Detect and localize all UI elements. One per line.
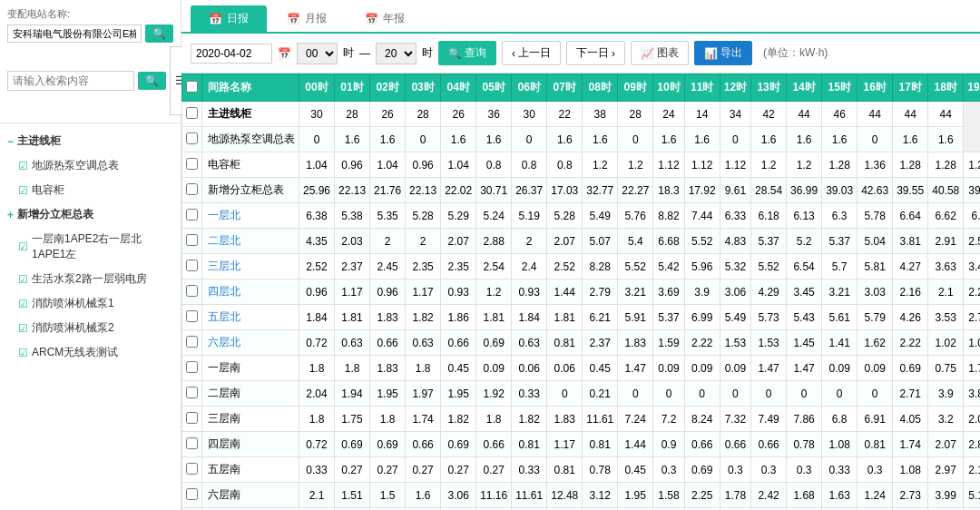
row-value: 1.2 (787, 152, 822, 178)
tree-item-water-pump[interactable]: ☑ 生活水泵2路一层弱电房 (11, 267, 181, 291)
row-checkbox[interactable] (186, 285, 198, 297)
row-value: 1.95 (370, 381, 406, 407)
row-value: 1.04 (370, 152, 406, 178)
next-day-button[interactable]: 下一日 › (566, 41, 625, 65)
row-value: 11.16 (476, 483, 512, 508)
row-value: 39.03 (822, 178, 858, 203)
row-checkbox[interactable] (186, 463, 198, 475)
row-value: 2.71 (893, 381, 928, 407)
row-value: 36.99 (787, 178, 822, 203)
row-value: 2.07 (441, 229, 476, 254)
row-checkbox[interactable] (186, 209, 198, 221)
row-value: 1.97 (406, 381, 441, 407)
row-value: 1.2 (751, 152, 787, 178)
row-value: 2.07 (964, 407, 980, 432)
hour-start-select[interactable]: 0001020304 0506070809 1011121314 1516171… (297, 43, 338, 64)
row-value: 1.74 (406, 407, 441, 432)
row-value: 8.24 (684, 407, 720, 432)
row-checkbox[interactable] (186, 234, 198, 246)
row-value: 6.91 (858, 407, 893, 432)
station-search-button[interactable]: 🔍 (145, 25, 173, 43)
tree-item-main-cabinet[interactable]: − 主进线柜 (0, 129, 181, 153)
row-value: 26 (441, 102, 476, 127)
row-value: 4.35 (299, 229, 335, 254)
header-06: 06时 (512, 74, 547, 102)
tree-item-arcm[interactable]: ☑ ARCM无线表测试 (11, 340, 181, 365)
tree-item-new-branch[interactable]: + 新增分立柜总表 (0, 202, 181, 227)
row-value: 0.75 (928, 356, 964, 381)
hour-end-select[interactable]: 181920212223 (376, 43, 416, 64)
row-checkbox[interactable] (186, 310, 198, 322)
header-09: 09时 (618, 74, 653, 102)
header-checkbox[interactable] (182, 74, 202, 102)
row-value: 0.81 (512, 432, 547, 457)
row-value: 6.62 (928, 203, 964, 229)
row-checkbox[interactable] (186, 437, 198, 449)
row-value: 1.04 (299, 152, 335, 178)
row-checkbox[interactable] (186, 260, 198, 271)
search-input[interactable] (7, 71, 134, 91)
row-value: 32.77 (583, 178, 618, 203)
tree-item-geo-heat[interactable]: ☑ 地源热泵空调总表 (11, 153, 181, 178)
row-value: 4.29 (751, 280, 787, 305)
row-value: 2.35 (406, 254, 441, 280)
row-checkbox[interactable] (186, 488, 198, 500)
date-input[interactable] (191, 44, 272, 64)
row-value: 3.53 (928, 305, 964, 330)
row-value: 7.24 (618, 407, 653, 432)
row-value: 6.13 (787, 203, 822, 229)
row-value: 3.9 (928, 381, 964, 407)
tab-yearly[interactable]: 📅 年报 (347, 5, 423, 32)
select-all-checkbox[interactable] (186, 81, 198, 93)
row-value: 8.82 (653, 203, 684, 229)
row-value: 0 (547, 381, 583, 407)
row-checkbox[interactable] (186, 158, 198, 170)
unit-label: (单位：kW·h) (763, 45, 828, 61)
query-button[interactable]: 🔍 查询 (438, 41, 496, 65)
table-row: 地源热泵空调总表01.61.601.61.601.61.601.61.601.6… (182, 127, 981, 152)
row-name: 三层北 (202, 254, 299, 280)
row-value: 1.6 (928, 127, 964, 152)
data-table-container: 间路名称 00时 01时 02时 03时 04时 05时 06时 07时 08时… (181, 74, 980, 510)
row-value: 46 (822, 102, 858, 127)
hour-label-1: 时 (343, 45, 354, 61)
row-name: 六层北 (202, 330, 299, 356)
tree-item-electric-cabinet[interactable]: ☑ 电容柜 (11, 178, 181, 202)
row-value: 1.6 (476, 127, 512, 152)
row-value: 5.79 (858, 305, 893, 330)
row-checkbox[interactable] (186, 183, 198, 195)
row-name: 地源热泵空调总表 (202, 127, 299, 152)
row-checkbox[interactable] (186, 387, 198, 398)
search-button[interactable]: 🔍 (138, 72, 166, 90)
row-checkbox[interactable] (186, 336, 198, 348)
row-value: 2.45 (370, 254, 406, 280)
tab-daily[interactable]: 📅 日报 (191, 5, 267, 32)
row-checkbox[interactable] (186, 107, 198, 119)
calendar-picker-icon[interactable]: 📅 (278, 47, 291, 60)
row-checkbox[interactable] (186, 132, 198, 144)
row-value: 7.49 (751, 407, 787, 432)
row-value: 0 (858, 381, 893, 407)
station-input[interactable] (7, 25, 142, 43)
row-value: 1.6 (370, 127, 406, 152)
row-value: 1.8 (299, 407, 335, 432)
tab-monthly[interactable]: 📅 月报 (269, 5, 345, 32)
row-value: 1.6 (653, 127, 684, 152)
tree-item-1f-1ape[interactable]: ☑ 一层南1APE2右一层北1APE1左 (11, 227, 181, 267)
table-row: 六层南2.11.511.51.63.0611.1611.6112.483.121… (182, 483, 981, 508)
chart-button[interactable]: 📈 图表 (631, 41, 689, 65)
row-checkbox[interactable] (186, 361, 198, 373)
tree-item-fire-pump2[interactable]: ☑ 消防喷淋机械泵2 (11, 316, 181, 340)
prev-day-button[interactable]: ‹ 上一日 (502, 41, 561, 65)
row-value: 0.69 (335, 432, 370, 457)
export-button[interactable]: 📊 导出 (694, 41, 752, 65)
tree-item-fire-pump1[interactable]: ☑ 消防喷淋机械泵1 (11, 291, 181, 316)
row-value: 5.78 (858, 203, 893, 229)
row-value: 22.13 (406, 178, 441, 203)
sep1: — (359, 47, 370, 60)
row-checkbox[interactable] (186, 412, 198, 424)
table-row: 主进线柜302826282636302238282414344244464444… (182, 102, 981, 127)
row-value: 6.38 (299, 203, 335, 229)
row-value: 1.6 (787, 127, 822, 152)
row-value: 9.61 (720, 178, 750, 203)
